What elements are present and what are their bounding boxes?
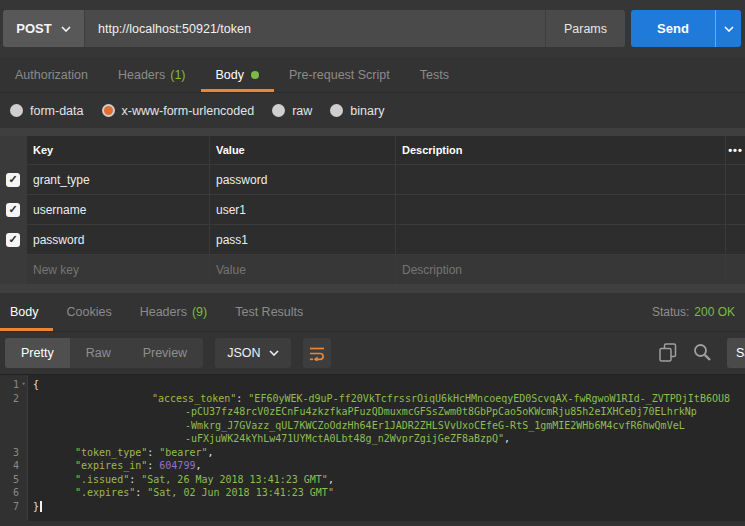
code-text: -uFXjuWK24kYhLw471UYMctA0Lbt48g_n2WvprZg… bbox=[33, 432, 510, 446]
tab-authorization[interactable]: Authorization bbox=[0, 57, 103, 92]
response-tab-headers[interactable]: Headers(9) bbox=[126, 293, 222, 331]
tab-label: Tests bbox=[420, 68, 449, 82]
save-response-button[interactable]: Sa bbox=[727, 338, 745, 368]
radio-icon bbox=[102, 104, 115, 117]
fold-spacer bbox=[19, 473, 28, 487]
code-line: 4"expires_in": 604799, bbox=[0, 459, 745, 473]
code-line: 7} bbox=[0, 500, 745, 514]
checkbox-checked[interactable]: ✓ bbox=[6, 173, 20, 187]
response-status: Status: 200 OK bbox=[652, 293, 745, 331]
language-label: JSON bbox=[227, 346, 260, 360]
tab-label: Pre-request Script bbox=[289, 68, 390, 82]
key-cell[interactable]: username bbox=[26, 195, 209, 224]
chevron-down-icon bbox=[269, 350, 279, 356]
response-tab-cookies[interactable]: Cookies bbox=[53, 293, 126, 331]
view-raw[interactable]: Raw bbox=[70, 338, 127, 368]
params-row: ✓grant_typepassword bbox=[0, 165, 745, 195]
text-cursor bbox=[40, 501, 42, 512]
line-number bbox=[0, 432, 19, 446]
checkbox-checked[interactable]: ✓ bbox=[6, 233, 20, 247]
params-menu-button[interactable]: ••• bbox=[725, 136, 745, 164]
wrap-text-icon bbox=[309, 346, 325, 361]
key-cell[interactable]: password bbox=[26, 225, 209, 254]
value-cell[interactable]: user1 bbox=[209, 195, 395, 224]
radio-icon bbox=[330, 104, 343, 117]
tab-body[interactable]: Body bbox=[201, 57, 275, 92]
checkbox-checked[interactable]: ✓ bbox=[6, 203, 20, 217]
view-preview[interactable]: Preview bbox=[127, 338, 203, 368]
fold-arrow-icon[interactable]: ▾ bbox=[19, 378, 28, 392]
tab-count: (1) bbox=[170, 68, 185, 82]
code-text: -pCU37fz48rcV0zECnFu4zkzfkaPFuzQDmuxmcGF… bbox=[33, 405, 697, 419]
params-new-row: New key Value Description bbox=[0, 255, 745, 284]
chevron-down-icon bbox=[724, 26, 734, 32]
response-body-viewer[interactable]: 1▾{2"access_token": "EF60yWEK-d9uP-ff20V… bbox=[0, 374, 745, 526]
code-text: { bbox=[33, 378, 39, 392]
divider bbox=[0, 128, 745, 136]
new-value-field[interactable]: Value bbox=[209, 255, 395, 284]
send-button-group: Send bbox=[631, 10, 741, 47]
line-number: 5 bbox=[0, 473, 19, 487]
tab-pre-request-script[interactable]: Pre-request Script bbox=[274, 57, 405, 92]
url-bar: POST Params bbox=[3, 10, 625, 47]
body-mode-binary[interactable]: binary bbox=[330, 104, 384, 118]
radio-icon bbox=[10, 104, 23, 117]
search-button[interactable] bbox=[693, 343, 712, 362]
new-row-checkbox-cell bbox=[0, 255, 26, 284]
view-switcher: PrettyRawPreview bbox=[5, 338, 203, 368]
fold-spacer bbox=[19, 419, 28, 433]
fold-spacer bbox=[19, 446, 28, 460]
method-selector[interactable]: POST bbox=[3, 10, 85, 47]
code-text: -Wmkrg_J7GVazz_qUL7KWCZoOdzHh64Er1JADR2Z… bbox=[33, 419, 685, 433]
status-badge: 200 OK bbox=[694, 305, 735, 319]
fold-spacer bbox=[19, 392, 28, 406]
tab-tests[interactable]: Tests bbox=[405, 57, 464, 92]
new-key-field[interactable]: New key bbox=[26, 255, 209, 284]
code-line: -Wmkrg_J7GVazz_qUL7KWCZoOdzHh64Er1JADR2Z… bbox=[0, 419, 745, 433]
tab-headers[interactable]: Headers(1) bbox=[103, 57, 201, 92]
description-column-header: Description bbox=[395, 136, 725, 164]
wrap-text-button[interactable] bbox=[303, 338, 331, 368]
body-mode-label: form-data bbox=[30, 104, 84, 118]
description-cell[interactable] bbox=[395, 195, 725, 224]
code-line: 3"token_type": "bearer", bbox=[0, 446, 745, 460]
body-mode-form-data[interactable]: form-data bbox=[10, 104, 84, 118]
body-mode-raw[interactable]: raw bbox=[272, 104, 312, 118]
new-description-field[interactable]: Description bbox=[395, 255, 725, 284]
new-row-spacer bbox=[725, 255, 745, 284]
params-row: ✓passwordpass1 bbox=[0, 225, 745, 255]
response-tabs: BodyCookiesHeaders(9)Test Results Status… bbox=[0, 293, 745, 332]
view-pretty[interactable]: Pretty bbox=[5, 338, 70, 368]
key-column-header: Key bbox=[26, 136, 209, 164]
line-number: 2 bbox=[0, 392, 19, 406]
response-tab-test-results[interactable]: Test Results bbox=[221, 293, 317, 331]
url-input[interactable] bbox=[85, 10, 545, 47]
value-cell[interactable]: pass1 bbox=[209, 225, 395, 254]
language-dropdown[interactable]: JSON bbox=[215, 338, 291, 368]
line-number: 6 bbox=[0, 486, 19, 500]
response-tab-body[interactable]: Body bbox=[0, 293, 53, 331]
chevron-down-icon bbox=[61, 26, 71, 32]
description-cell[interactable] bbox=[395, 225, 725, 254]
code-text: ".issued": "Sat, 26 May 2018 13:41:23 GM… bbox=[33, 473, 334, 487]
description-cell[interactable] bbox=[395, 165, 725, 194]
copy-button[interactable] bbox=[659, 343, 677, 362]
body-mode-x-www-form-urlencoded[interactable]: x-www-form-urlencoded bbox=[102, 104, 255, 118]
send-button[interactable]: Send bbox=[631, 10, 715, 47]
fold-spacer bbox=[19, 486, 28, 500]
key-cell[interactable]: grant_type bbox=[26, 165, 209, 194]
checkbox-column-header bbox=[0, 136, 26, 164]
body-mode-label: binary bbox=[350, 104, 384, 118]
send-options-button[interactable] bbox=[715, 10, 741, 47]
params-editor: Key Value Description ••• ✓grant_typepas… bbox=[0, 128, 745, 293]
params-button[interactable]: Params bbox=[545, 10, 625, 47]
code-line: 5".issued": "Sat, 26 May 2018 13:41:23 G… bbox=[0, 473, 745, 487]
row-spacer bbox=[725, 195, 745, 224]
radio-icon bbox=[272, 104, 285, 117]
body-mode-radios: form-datax-www-form-urlencodedrawbinary bbox=[0, 93, 745, 128]
code-line: -pCU37fz48rcV0zECnFu4zkzfkaPFuzQDmuxmcGF… bbox=[0, 405, 745, 419]
row-checkbox-cell: ✓ bbox=[0, 225, 26, 254]
code-line: 6".expires": "Sat, 02 Jun 2018 13:41:23 … bbox=[0, 486, 745, 500]
value-cell[interactable]: password bbox=[209, 165, 395, 194]
params-header-row: Key Value Description ••• bbox=[0, 136, 745, 165]
